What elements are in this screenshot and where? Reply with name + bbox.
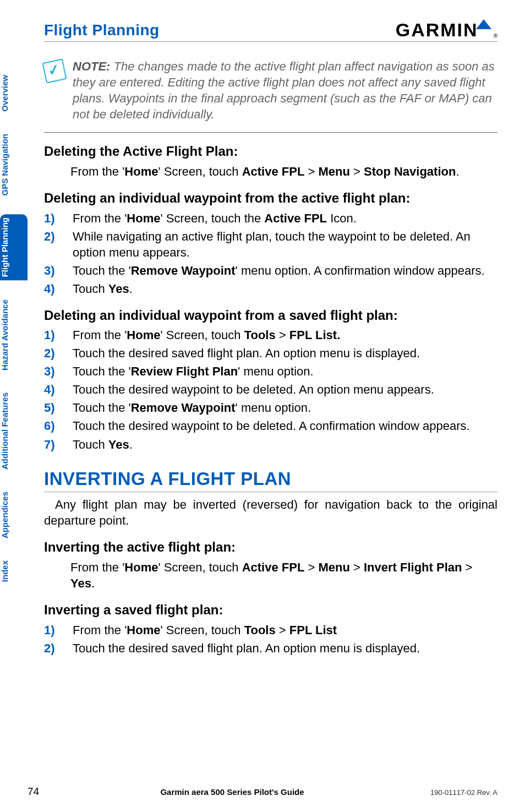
b: Home xyxy=(127,211,160,225)
list-item: 1)From the 'Home' Screen, touch Tools > … xyxy=(44,622,497,638)
t: > xyxy=(276,328,289,342)
footer-center-text: Garmin aera 500 Series Pilot's Guide xyxy=(61,787,404,797)
garmin-registered-mark: ® xyxy=(494,33,497,39)
b: Invert Flight Plan xyxy=(364,560,462,574)
note-text: NOTE: The changes made to the active fli… xyxy=(73,58,497,122)
section-inverting-body: Any flight plan may be inverted (reverse… xyxy=(44,497,497,528)
b: Home xyxy=(124,560,158,574)
b: Home xyxy=(127,623,160,637)
step-body: Touch the desired saved flight plan. An … xyxy=(73,345,497,361)
tab-additional-features[interactable]: Additional Features xyxy=(0,389,28,473)
section-inverting-heading: INVERTING A FLIGHT PLAN xyxy=(44,467,497,493)
list-item: 3)Touch the 'Remove Waypoint' menu optio… xyxy=(44,263,497,279)
tab-index[interactable]: Index xyxy=(0,557,28,585)
proc1-period: . xyxy=(456,165,459,178)
t: Touch the ' xyxy=(73,401,131,415)
tab-hazard-avoidance[interactable]: Hazard Avoidance xyxy=(0,296,28,374)
step-body: Touch the desired waypoint to be deleted… xyxy=(73,382,497,397)
step-body: Touch the 'Review Flight Plan' menu opti… xyxy=(73,363,497,379)
t: > xyxy=(350,560,364,574)
step-number: 2) xyxy=(44,345,63,361)
step-body: From the 'Home' Screen, touch the Active… xyxy=(73,210,497,226)
t: Icon. xyxy=(327,211,357,225)
tab-flight-planning[interactable]: Flight Planning xyxy=(0,214,28,280)
step-number: 1) xyxy=(44,327,63,343)
proc1-active-fpl: Active FPL xyxy=(242,165,305,178)
header-title: Flight Planning xyxy=(44,21,160,39)
list-item: 5)Touch the 'Remove Waypoint' menu optio… xyxy=(44,400,497,416)
step-number: 3) xyxy=(44,263,63,279)
list-item: 7)Touch Yes. xyxy=(44,437,497,453)
t: ' Screen, touch the xyxy=(160,211,264,225)
list-item: 2)Touch the desired saved flight plan. A… xyxy=(44,640,497,656)
proc1-text: From the ' xyxy=(70,165,124,178)
t: From the ' xyxy=(73,623,127,637)
t: ' Screen, touch xyxy=(160,328,244,342)
step-number: 3) xyxy=(44,363,63,379)
garmin-logo-text: GARMIN xyxy=(396,20,478,39)
tab-overview[interactable]: Overview xyxy=(0,72,28,115)
step-number: 2) xyxy=(44,228,63,260)
t: . xyxy=(129,282,133,296)
list-item: 1)From the 'Home' Screen, touch Tools > … xyxy=(44,327,497,343)
b: Yes xyxy=(108,438,129,451)
note-block: NOTE: The changes made to the active fli… xyxy=(44,58,497,133)
proc3-title: Deleting an individual waypoint from a s… xyxy=(44,307,497,324)
step-number: 1) xyxy=(44,622,63,638)
step-body: Touch the desired waypoint to be deleted… xyxy=(73,418,497,434)
checkmark-note-icon xyxy=(42,58,67,83)
t: . xyxy=(129,438,133,451)
t: . xyxy=(91,576,95,590)
proc1-title: Deleting the Active Flight Plan: xyxy=(44,143,497,160)
b: Review Flight Plan xyxy=(131,364,238,378)
proc2-steps: 1)From the 'Home' Screen, touch the Acti… xyxy=(44,210,497,297)
b: Tools xyxy=(244,328,276,342)
t: Touch the ' xyxy=(73,264,131,277)
b: Active FPL xyxy=(264,211,327,225)
t: Touch xyxy=(73,438,108,451)
page-footer: 74 Garmin aera 500 Series Pilot's Guide … xyxy=(28,786,497,798)
page-content: NOTE: The changes made to the active fli… xyxy=(44,58,497,656)
list-item: 2)Touch the desired saved flight plan. A… xyxy=(44,345,497,361)
list-item: 2)While navigating an active flight plan… xyxy=(44,228,497,260)
note-label: NOTE: xyxy=(73,59,110,73)
proc4-body: From the 'Home' Screen, touch Active FPL… xyxy=(70,559,497,591)
b: Menu xyxy=(318,560,349,574)
proc1-gt1: > xyxy=(304,165,318,178)
tab-gps-navigation[interactable]: GPS Navigation xyxy=(0,130,28,199)
proc5-title: Inverting a saved flight plan: xyxy=(44,601,497,619)
page-header: Flight Planning GARMIN ® xyxy=(44,19,497,42)
proc3-steps: 1)From the 'Home' Screen, touch Tools > … xyxy=(44,327,497,452)
proc1-text2: ' Screen, touch xyxy=(158,165,242,178)
t: Touch xyxy=(73,282,108,296)
list-item: 6)Touch the desired waypoint to be delet… xyxy=(44,418,497,434)
garmin-logo: GARMIN ® xyxy=(396,19,497,39)
garmin-triangle-icon xyxy=(476,19,491,29)
t: ' Screen, touch xyxy=(158,560,242,574)
step-number: 4) xyxy=(44,382,63,397)
t: > xyxy=(462,560,472,574)
footer-right-text: 190-01117-02 Rev. A xyxy=(404,788,497,797)
t: > xyxy=(276,623,289,637)
proc2-title: Deleting an individual waypoint from the… xyxy=(44,189,497,207)
t: ' menu option. xyxy=(236,401,311,415)
step-body: Touch Yes. xyxy=(73,281,497,297)
step-number: 6) xyxy=(44,418,63,434)
tab-appendices[interactable]: Appendices xyxy=(0,488,28,542)
proc1-menu: Menu xyxy=(318,165,349,178)
t: Touch the ' xyxy=(73,364,131,378)
step-body: Touch Yes. xyxy=(73,437,497,453)
t: ' Screen, touch xyxy=(160,623,244,637)
step-body: Touch the 'Remove Waypoint' menu option.… xyxy=(73,263,497,279)
b: Remove Waypoint xyxy=(131,264,236,277)
list-item: 3)Touch the 'Review Flight Plan' menu op… xyxy=(44,363,497,379)
b: Home xyxy=(127,328,160,342)
step-number: 7) xyxy=(44,437,63,453)
b: FPL List. xyxy=(289,328,341,342)
side-tabs: Overview GPS Navigation Flight Planning … xyxy=(0,72,28,585)
step-number: 1) xyxy=(44,210,63,226)
step-number: 5) xyxy=(44,400,63,416)
t: From the ' xyxy=(70,560,124,574)
proc1-body: From the 'Home' Screen, touch Active FPL… xyxy=(70,164,497,179)
step-body: Touch the desired saved flight plan. An … xyxy=(73,640,497,656)
